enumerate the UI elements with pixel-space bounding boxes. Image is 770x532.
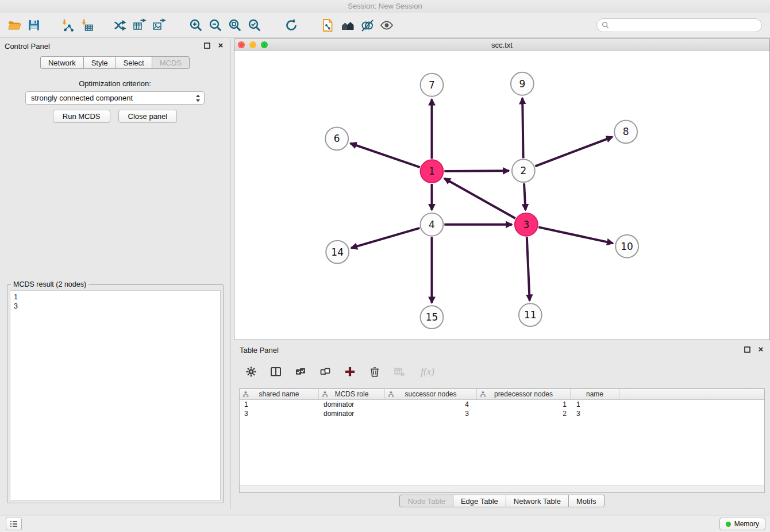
graph-node-15[interactable]: 15	[421, 306, 444, 329]
mcds-result-list[interactable]: 1 3	[10, 290, 221, 500]
graph-edge-2-9[interactable]	[522, 98, 523, 159]
export-network-button[interactable]	[110, 16, 130, 35]
open-session-button[interactable]	[5, 16, 24, 35]
graph-edge-2-3[interactable]	[524, 183, 525, 210]
function-builder-button[interactable]: f(x)	[417, 365, 438, 379]
graph-edge-1-6[interactable]	[351, 143, 420, 167]
search-box[interactable]	[596, 18, 762, 32]
graph-node-label: 3	[523, 219, 529, 230]
cell-successor-nodes[interactable]: 4	[385, 400, 477, 409]
tab-mcds[interactable]: MCDS	[152, 56, 190, 69]
column-header-predecessor-nodes[interactable]: predecessor nodes	[477, 389, 571, 399]
network-window-titlebar[interactable]: × − + scc.txt	[234, 39, 769, 51]
table-row[interactable]: 3 dominator 3 2 3	[240, 409, 764, 418]
table-row[interactable]: 1 dominator 4 1 1	[240, 400, 764, 409]
network-window-title: scc.txt	[234, 41, 769, 49]
memory-button[interactable]: Memory	[719, 518, 765, 530]
column-header-mcds-role[interactable]: MCDS role	[319, 389, 385, 399]
graph-node-9[interactable]: 9	[511, 72, 534, 95]
cell-mcds-role[interactable]: dominator	[319, 400, 385, 409]
zoom-fit-icon	[228, 18, 242, 33]
run-mcds-button[interactable]: Run MCDS	[53, 110, 110, 123]
export-network-icon	[113, 18, 128, 33]
delete-column-button[interactable]	[368, 365, 382, 379]
table-settings-button[interactable]	[244, 365, 258, 379]
cell-name[interactable]: 3	[571, 409, 619, 418]
ndex-home-button[interactable]	[338, 16, 357, 35]
graph-node-6[interactable]: 6	[325, 127, 348, 150]
cell-name[interactable]: 1	[571, 400, 619, 409]
refresh-layout-button[interactable]	[282, 16, 301, 35]
cell-successor-nodes[interactable]: 3	[385, 409, 477, 418]
search-input[interactable]	[612, 21, 757, 29]
deselect-all-columns-button[interactable]	[318, 365, 332, 379]
graph-node-3[interactable]: 3	[515, 213, 538, 236]
criterion-dropdown[interactable]: strongly connected component	[25, 91, 205, 105]
graph-edge-4-14[interactable]	[351, 228, 419, 248]
import-table-icon	[79, 18, 94, 33]
graph-node-1[interactable]: 1	[421, 160, 444, 183]
tab-node-table[interactable]: Node Table	[399, 495, 453, 507]
export-table-button[interactable]	[130, 16, 149, 35]
graph-edge-3-1[interactable]	[444, 178, 515, 218]
save-session-button[interactable]	[24, 16, 44, 35]
graph-edge-1-2[interactable]	[444, 171, 509, 171]
cell-predecessor-nodes[interactable]: 1	[477, 400, 571, 409]
graph-node-label: 14	[331, 246, 344, 258]
float-panel-icon[interactable]	[742, 345, 752, 354]
save-floppy-icon	[26, 18, 41, 33]
zoom-in-button[interactable]	[186, 16, 206, 35]
tab-network-table[interactable]: Network Table	[506, 495, 569, 507]
venn-compare-button[interactable]	[357, 16, 377, 35]
column-header-name[interactable]: name	[571, 389, 619, 399]
network-graph[interactable]: 7968124314101511	[234, 51, 769, 340]
cell-predecessor-nodes[interactable]: 2	[477, 409, 571, 418]
graph-node-7[interactable]: 7	[421, 74, 444, 97]
column-type-icon	[322, 391, 328, 398]
graph-node-8[interactable]: 8	[614, 121, 637, 144]
zoom-fit-button[interactable]	[225, 16, 245, 35]
add-column-button[interactable]	[343, 365, 357, 379]
tab-network[interactable]: Network	[40, 56, 84, 69]
clipboard-network-button[interactable]	[318, 16, 338, 35]
tab-style[interactable]: Style	[83, 56, 116, 69]
select-all-columns-button[interactable]	[294, 365, 307, 379]
graph-node-label: 6	[334, 133, 340, 144]
show-columns-button[interactable]	[269, 365, 283, 379]
column-header-successor-nodes[interactable]: successor nodes	[385, 389, 477, 399]
mcds-result-item: 1	[14, 292, 217, 302]
graph-edge-3-10[interactable]	[538, 227, 613, 243]
tab-select[interactable]: Select	[116, 56, 152, 69]
cell-shared-name[interactable]: 1	[240, 400, 319, 409]
column-type-icon	[242, 391, 249, 398]
zoom-out-button[interactable]	[206, 16, 225, 35]
close-panel-button[interactable]: Close panel	[118, 110, 178, 123]
column-header-shared-name[interactable]: shared name	[240, 389, 319, 399]
graph-node-11[interactable]: 11	[519, 303, 542, 326]
task-history-button[interactable]	[6, 518, 22, 530]
criterion-dropdown-value: strongly connected component	[31, 94, 195, 102]
graph-edge-2-8[interactable]	[535, 137, 613, 166]
show-hide-button[interactable]	[377, 16, 396, 35]
tab-edge-table[interactable]: Edge Table	[453, 495, 506, 507]
close-panel-icon[interactable]: ×	[756, 345, 765, 354]
graph-node-14[interactable]: 14	[326, 241, 349, 264]
zoom-selected-button[interactable]	[245, 16, 264, 35]
table-tabs: Node Table Edge Table Network Table Moti…	[234, 495, 770, 507]
import-table-button[interactable]	[77, 16, 97, 35]
graph-node-10[interactable]: 10	[615, 235, 638, 258]
import-network-button[interactable]	[57, 16, 77, 35]
tab-motifs[interactable]: Motifs	[568, 495, 605, 507]
graph-edge-3-11[interactable]	[527, 237, 530, 301]
float-panel-icon[interactable]	[202, 41, 211, 50]
close-panel-icon[interactable]: ×	[216, 41, 225, 50]
table-horizontal-scrollbar[interactable]	[240, 485, 764, 492]
graph-node-2[interactable]: 2	[512, 159, 535, 182]
graph-node-label: 10	[621, 241, 633, 252]
graph-node-4[interactable]: 4	[421, 213, 444, 236]
network-canvas[interactable]: 7968124314101511	[234, 51, 769, 340]
cell-shared-name[interactable]: 3	[240, 409, 319, 418]
export-image-button[interactable]	[149, 16, 169, 35]
cell-mcds-role[interactable]: dominator	[319, 409, 385, 418]
delete-table-button[interactable]	[392, 365, 406, 379]
